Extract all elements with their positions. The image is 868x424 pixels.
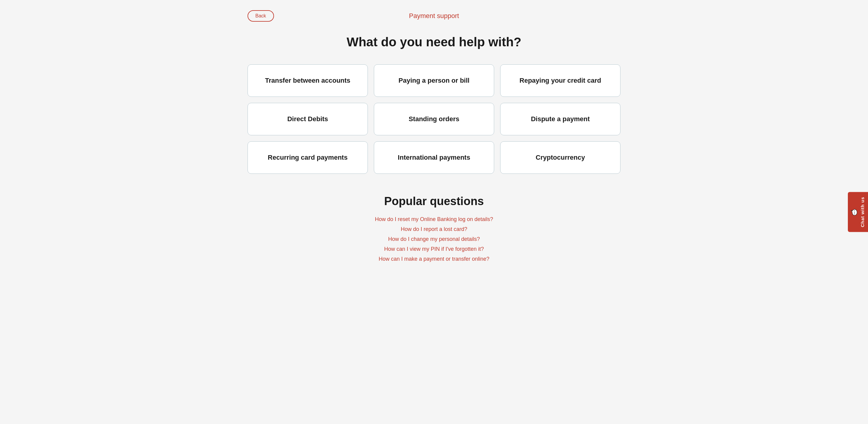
popular-link-make-payment-transfer[interactable]: How can I make a payment or transfer onl… (248, 256, 620, 262)
grid-button-standing-orders[interactable]: Standing orders (374, 103, 494, 135)
grid-button-cryptocurrency[interactable]: Cryptocurrency (500, 141, 620, 174)
grid-button-paying-person-or-bill[interactable]: Paying a person or bill (374, 64, 494, 97)
popular-link-reset-online-banking[interactable]: How do I reset my Online Banking log on … (248, 216, 620, 223)
page-title: Payment support (409, 12, 459, 20)
grid-button-repaying-credit-card[interactable]: Repaying your credit card (500, 64, 620, 97)
popular-heading: Popular questions (248, 195, 620, 208)
chat-label: Chat with us (860, 197, 865, 227)
page-container: Back Payment support What do you need he… (223, 0, 645, 284)
popular-link-view-pin[interactable]: How can I view my PIN if I've forgotten … (248, 246, 620, 252)
grid-button-international-payments[interactable]: International payments (374, 141, 494, 174)
grid-button-transfer-between-accounts[interactable]: Transfer between accounts (248, 64, 368, 97)
grid-button-recurring-card-payments[interactable]: Recurring card payments (248, 141, 368, 174)
grid-button-dispute-payment[interactable]: Dispute a payment (500, 103, 620, 135)
chat-icon: 💬 (851, 209, 858, 215)
back-button[interactable]: Back (248, 10, 274, 22)
chat-widget[interactable]: Chat with us 💬 (848, 192, 868, 232)
grid-container: Transfer between accountsPaying a person… (248, 64, 620, 174)
popular-link-change-personal-details[interactable]: How do I change my personal details? (248, 236, 620, 242)
popular-section: Popular questions How do I reset my Onli… (248, 195, 620, 262)
header: Back Payment support (248, 12, 620, 20)
grid-button-direct-debits[interactable]: Direct Debits (248, 103, 368, 135)
popular-link-report-lost-card[interactable]: How do I report a lost card? (248, 226, 620, 232)
main-heading: What do you need help with? (248, 35, 620, 49)
